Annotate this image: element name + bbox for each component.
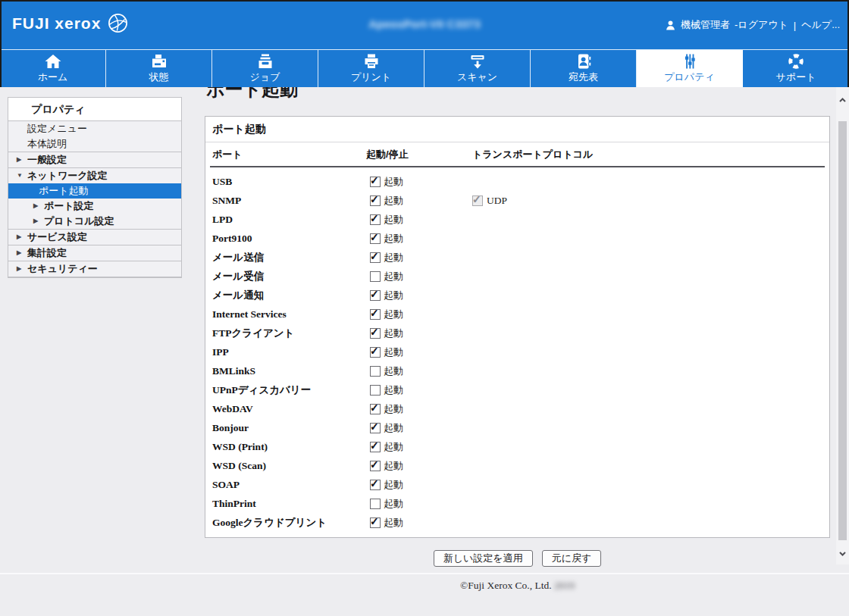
start-checkbox-lpd[interactable] — [370, 214, 381, 225]
start-checkbox-label: 起動 — [384, 364, 403, 378]
scrollbar-down-arrow-icon[interactable] — [836, 547, 849, 560]
port-name: IPP — [205, 346, 370, 358]
sidebar-item-protocol-settings[interactable]: ▶プロトコル設定 — [8, 214, 181, 230]
tab-jobs[interactable]: ジョブ — [212, 50, 318, 87]
start-checkbox-upnp-discovery[interactable] — [370, 385, 381, 396]
fuji-xerox-web-ui: FUJI xerox ApeosPort-VII C3373 機械管理者 -ログ… — [0, 0, 849, 616]
action-buttons-row: 新しい設定を適用 元に戻す — [205, 550, 830, 567]
start-checkbox-mail-notify[interactable] — [370, 290, 381, 301]
tab-scan[interactable]: スキャン — [424, 50, 531, 87]
sidebar-item-label: 設定メニュー — [27, 123, 87, 134]
start-stop-cell: 起動 — [370, 194, 472, 208]
start-checkbox-mail-send[interactable] — [370, 252, 381, 263]
port-name: SOAP — [205, 479, 370, 491]
footer-divider — [0, 573, 849, 574]
sidebar-item-network-settings[interactable]: ▼ネットワーク設定 — [8, 168, 181, 183]
port-row-upnp-discovery: UPnPディスカバリー起動 — [205, 380, 829, 399]
page-title: ポート起動 — [206, 87, 298, 102]
copyright-year-masked: 2019 — [554, 580, 575, 591]
port-activation-panel: ポート起動 ポート 起動/停止 トランスポートプロトコル USB起動SNMP起動… — [205, 116, 830, 538]
logout-link[interactable]: -ログアウト — [735, 18, 788, 32]
tab-print[interactable]: プリント — [318, 50, 424, 87]
sidebar-item-device-description[interactable]: 本体説明 — [8, 136, 181, 152]
chevron-down-icon: ▼ — [17, 168, 23, 183]
chevron-right-icon: ▶ — [33, 199, 38, 214]
start-checkbox-wsd-scan[interactable] — [370, 461, 381, 471]
transport-protocol-cell: UDP — [472, 195, 507, 207]
port-name: Internet Services — [205, 308, 370, 321]
vertical-scrollbar[interactable] — [836, 87, 849, 564]
port-row-bonjour: Bonjour起動 — [205, 418, 829, 437]
port-row-soap: SOAP起動 — [205, 475, 829, 494]
start-checkbox-label: 起動 — [384, 289, 403, 302]
table-column-headers: ポート 起動/停止 トランスポートプロトコル — [205, 142, 829, 166]
start-checkbox-internet-services[interactable] — [370, 309, 381, 320]
start-checkbox-ftp-client[interactable] — [370, 328, 381, 339]
column-header-transport-protocol: トランスポートプロトコル — [472, 142, 593, 166]
chevron-right-icon: ▶ — [17, 261, 21, 277]
start-stop-cell: 起動 — [370, 289, 472, 302]
start-checkbox-label: 起動 — [384, 440, 403, 454]
port-row-webdav: WebDAV起動 — [205, 399, 829, 418]
start-checkbox-snmp[interactable] — [370, 195, 381, 206]
sidebar-item-general-settings[interactable]: ▶一般設定 — [8, 152, 181, 168]
tab-label: スキャン — [457, 70, 497, 84]
tab-properties[interactable]: プロパティ — [637, 50, 743, 87]
start-checkbox-label: 起動 — [384, 194, 403, 208]
undo-button[interactable]: 元に戻す — [542, 550, 602, 567]
start-checkbox-soap[interactable] — [370, 480, 381, 490]
home-icon — [43, 53, 63, 70]
sidebar-item-port-settings[interactable]: ▶ポート設定 — [8, 199, 181, 214]
main-nav-tabbar: ホーム状態ジョブプリントスキャン宛先表プロパティサポート — [0, 49, 849, 87]
sidebar-item-label: 一般設定 — [27, 154, 67, 165]
column-header-port: ポート — [212, 142, 243, 166]
start-checkbox-label: 起動 — [384, 346, 403, 359]
scrollbar-up-arrow-icon[interactable] — [836, 93, 849, 106]
address-book-icon — [574, 53, 594, 70]
port-row-mail-send: メール送信起動 — [205, 248, 829, 267]
start-checkbox-thinprint[interactable] — [370, 499, 381, 509]
machine-status-icon — [149, 53, 169, 70]
scrollbar-thumb[interactable] — [838, 121, 847, 540]
help-link[interactable]: ヘルプ... — [801, 18, 840, 32]
start-checkbox-webdav[interactable] — [370, 404, 381, 414]
start-checkbox-port9100[interactable] — [370, 233, 381, 244]
tab-addressbook[interactable]: 宛先表 — [531, 50, 637, 87]
port-row-internet-services: Internet Services起動 — [205, 305, 829, 324]
sidebar-item-port-activation[interactable]: ポート起動 — [8, 183, 181, 199]
port-name: BMLinkS — [205, 365, 370, 377]
start-stop-cell: 起動 — [370, 478, 472, 492]
port-name: FTPクライアント — [205, 327, 370, 340]
port-name: SNMP — [205, 195, 370, 207]
start-checkbox-mail-receive[interactable] — [370, 271, 381, 282]
port-row-usb: USB起動 — [205, 172, 829, 191]
sidebar-item-security[interactable]: ▶セキュリティー — [8, 261, 181, 277]
window-edge-top — [0, 0, 849, 2]
port-name: WebDAV — [205, 403, 370, 415]
sidebar-item-accounting-settings[interactable]: ▶集計設定 — [8, 245, 181, 261]
transport-checkbox-snmp — [472, 195, 483, 206]
tab-support[interactable]: サポート — [743, 50, 849, 87]
start-checkbox-ipp[interactable] — [370, 347, 381, 358]
chevron-right-icon: ▶ — [33, 214, 38, 229]
sidebar-item-label: ポート設定 — [44, 200, 94, 211]
tab-label: 宛先表 — [569, 70, 598, 84]
apply-new-settings-button[interactable]: 新しい設定を適用 — [434, 550, 533, 567]
port-row-mail-notify: メール通知起動 — [205, 286, 829, 305]
start-stop-cell: 起動 — [370, 308, 472, 321]
start-stop-cell: 起動 — [370, 459, 472, 473]
sidebar-item-service-settings[interactable]: ▶サービス設定 — [8, 230, 181, 245]
tab-home[interactable]: ホーム — [0, 50, 106, 87]
start-checkbox-google-cloud-print[interactable] — [370, 518, 381, 528]
start-checkbox-wsd-print[interactable] — [370, 442, 381, 452]
port-name: LPD — [205, 214, 370, 226]
start-checkbox-usb[interactable] — [370, 177, 381, 187]
user-area: 機械管理者 -ログアウト | ヘルプ... — [665, 18, 840, 32]
sidebar-item-settings-menu[interactable]: 設定メニュー — [8, 121, 181, 136]
tab-status[interactable]: 状態 — [106, 50, 212, 87]
tab-label: ホーム — [38, 70, 68, 84]
start-checkbox-bmlinks[interactable] — [370, 366, 381, 377]
chevron-right-icon: ▶ — [17, 152, 21, 167]
tab-label: サポート — [776, 70, 816, 84]
start-checkbox-bonjour[interactable] — [370, 423, 381, 433]
